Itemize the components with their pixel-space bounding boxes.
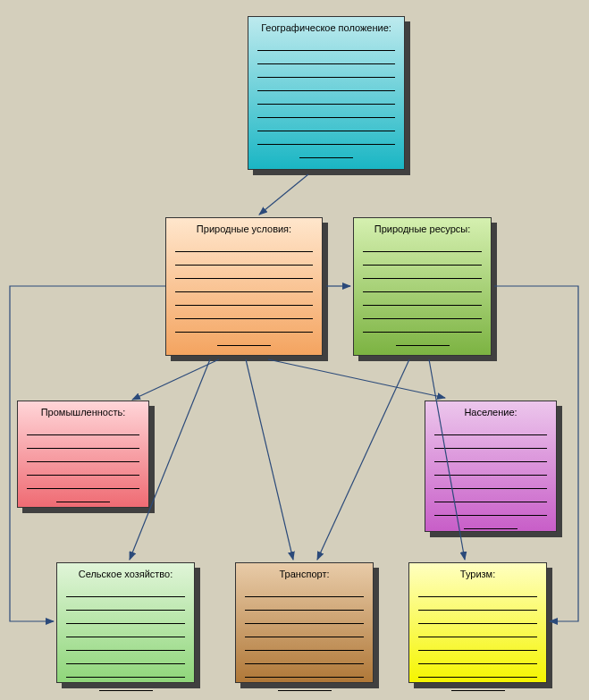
rule-line (175, 306, 313, 319)
rule-line-short (396, 333, 450, 346)
rule-line (175, 239, 313, 252)
rule-line (257, 105, 395, 118)
rule-line (257, 118, 395, 131)
diagram-canvas: { "nodes": { "geo": { "title": "Географи… (0, 0, 589, 700)
rule-line (27, 462, 139, 476)
note-agr: Сельское хозяйство: (56, 562, 195, 683)
rule-line (257, 78, 395, 91)
rule-line (66, 651, 185, 664)
rule-line (434, 502, 547, 516)
rule-line (418, 611, 537, 624)
rule-line (245, 664, 364, 678)
rule-line (434, 449, 547, 462)
rule-line (175, 279, 313, 292)
rule-line (175, 266, 313, 279)
rule-line (434, 435, 547, 449)
rule-line (175, 292, 313, 306)
rule-line (66, 664, 185, 678)
rule-line (257, 131, 395, 145)
rule-line (66, 597, 185, 611)
rule-line (418, 651, 537, 664)
rule-line (363, 266, 482, 279)
rule-line (257, 64, 395, 78)
rule-line (434, 462, 547, 476)
rule-line (363, 306, 482, 319)
note-tour: Туризм: (408, 562, 547, 683)
rule-line (363, 239, 482, 252)
rule-line (434, 476, 547, 489)
rule-line (175, 252, 313, 266)
rule-line (363, 292, 482, 306)
note-title: Сельское хозяйство: (66, 569, 185, 580)
rule-line (66, 637, 185, 651)
rule-line (66, 584, 185, 597)
rule-line (418, 597, 537, 611)
arrow-res-trans (317, 359, 409, 560)
rule-line (418, 664, 537, 678)
rule-line (245, 637, 364, 651)
rule-line (418, 637, 537, 651)
note-title: Население: (434, 407, 547, 418)
rule-line (257, 51, 395, 64)
rule-line (257, 38, 395, 51)
rule-line (245, 651, 364, 664)
rule-line-short (299, 145, 353, 158)
rule-line (434, 489, 547, 502)
note-geo: Географическое положение: (248, 16, 405, 170)
rule-line (363, 279, 482, 292)
rule-line-short (56, 489, 110, 502)
rule-line-short (451, 678, 505, 691)
rule-line (27, 476, 139, 489)
note-trans: Транспорт: (235, 562, 374, 683)
note-title: Природные условия: (175, 223, 313, 235)
arrow-cond-ind (132, 359, 219, 400)
note-title: Географическое положение: (257, 22, 395, 34)
rule-line (245, 584, 364, 597)
rule-line (245, 611, 364, 624)
note-pop: Население: (425, 401, 557, 532)
rule-line (257, 91, 395, 105)
rule-line (434, 422, 547, 435)
note-res: Природные ресурсы: (353, 217, 492, 356)
rule-line-short (464, 516, 517, 529)
note-cond: Природные условия: (165, 217, 323, 356)
rule-line (27, 435, 139, 449)
note-title: Транспорт: (245, 569, 364, 580)
note-title: Туризм: (418, 569, 537, 580)
arrow-cond-pop (268, 359, 445, 398)
rule-line (245, 597, 364, 611)
rule-line (363, 319, 482, 333)
note-title: Природные ресурсы: (363, 223, 482, 235)
arrow-geo-cond (259, 174, 308, 215)
rule-line (27, 422, 139, 435)
note-ind: Промышленность: (17, 401, 149, 508)
rule-line (363, 252, 482, 266)
rule-line (175, 319, 313, 333)
rule-line (27, 449, 139, 462)
rule-line (66, 624, 185, 637)
rule-line-short (278, 678, 332, 691)
rule-line-short (217, 333, 271, 346)
arrow-cond-trans (246, 359, 293, 560)
rule-line (418, 584, 537, 597)
note-title: Промышленность: (27, 407, 139, 418)
rule-line (245, 624, 364, 637)
rule-line (66, 611, 185, 624)
rule-line (418, 624, 537, 637)
rule-line-short (99, 678, 153, 691)
